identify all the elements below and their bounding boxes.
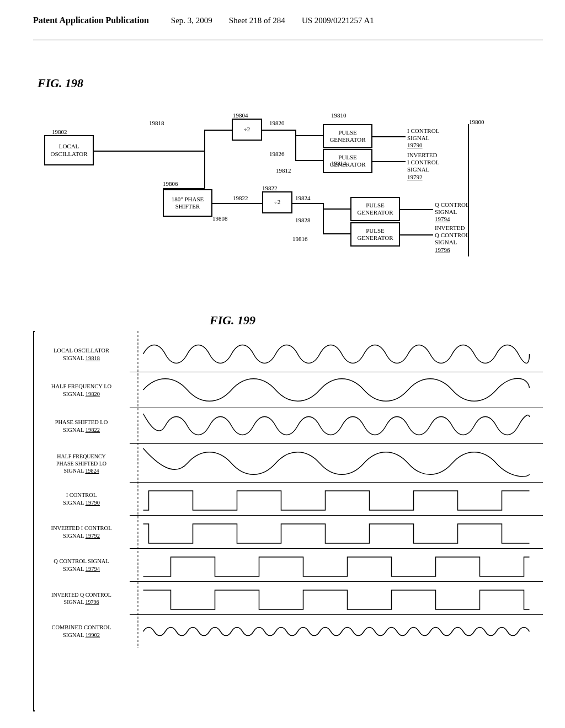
label-19820: 19820: [269, 120, 285, 127]
label-19822b: 19822: [262, 185, 278, 192]
waveform-label-0: LOCAL OSCILLATORSIGNAL 19818: [33, 347, 130, 362]
waveform-row-7: INVERTED Q CONTROLSIGNAL 19796: [33, 582, 543, 615]
waveform-canvas-7: [130, 582, 543, 615]
phase-shifter-box: 180° PHASE SHIFTER: [163, 189, 212, 217]
pulse-gen4-box: PULSE GENERATOR: [350, 222, 400, 247]
waveform-canvas-0: [130, 336, 543, 372]
line-pg2-out: [372, 161, 406, 162]
label-19808: 19808: [212, 215, 228, 222]
label-19806: 19806: [163, 180, 178, 188]
waveform-row-8: COMBINED CONTROLSIGNAL 19902: [33, 615, 543, 648]
vline-lo-down: [204, 151, 205, 188]
line-pg4-out: [400, 234, 433, 235]
line-pg3-out: [400, 209, 433, 210]
local-oscillator-box: LOCAL OSCILLATOR: [44, 135, 94, 165]
label-19818: 19818: [149, 120, 164, 127]
div2-top-box: ÷2: [232, 119, 262, 141]
waveform-label-6: Q CONTROL SIGNALSIGNAL 19794: [33, 558, 130, 572]
waveform-canvas-3: [130, 444, 543, 483]
content-area: FIG. 198 LOCAL OSCILLATOR 19802 19818 ÷2…: [33, 44, 543, 717]
inv-i-control-label: INVERTEDI CONTROLSIGNAL19792: [407, 152, 439, 181]
waveform-row-4: I CONTROLSIGNAL 19790: [33, 483, 543, 516]
waveform-label-8: COMBINED CONTROLSIGNAL 19902: [33, 624, 130, 639]
line-div2top-to-pg: [262, 130, 295, 131]
line-to-pg3: [323, 208, 350, 210]
line-pg1-out: [372, 136, 406, 137]
waveform-row-0: LOCAL OSCILLATORSIGNAL 19818: [33, 336, 543, 372]
waveform-row-5: INVERTED I CONTROLSIGNAL 19792: [33, 516, 543, 549]
label-19814: 19814: [331, 160, 347, 167]
label-19810: 19810: [331, 112, 347, 119]
waveform-area: LOCAL OSCILLATORSIGNAL 19818 HALF FREQUE…: [33, 331, 543, 717]
vline-pg-bot-split: [323, 203, 324, 233]
waveform-canvas-1: [130, 372, 543, 408]
vline-up: [204, 130, 205, 152]
waveform-canvas-5: [130, 516, 543, 549]
line-ps-to-div2bot: [212, 203, 262, 204]
line-to-pg4: [323, 233, 350, 234]
line-div2bot-out: [292, 203, 323, 204]
label-19824: 19824: [295, 195, 311, 202]
waveform-canvas-8: [130, 615, 543, 648]
i-control-label: I CONTROLSIGNAL19790: [407, 127, 439, 149]
line-to-div2-top: [204, 130, 232, 131]
label-19826: 19826: [269, 151, 285, 158]
pulse-gen1-box: PULSE GENERATOR: [323, 124, 372, 148]
sheet-number: Sheet 218 of 284: [229, 16, 285, 25]
waveform-canvas-6: [130, 549, 543, 582]
label-19828: 19828: [295, 217, 311, 224]
waveform-canvas-4: [130, 483, 543, 516]
waveform-label-2: PHASE SHIFTED LOSIGNAL 19822: [33, 419, 130, 433]
block-diagram-198: LOCAL OSCILLATOR 19802 19818 ÷2 19804 19…: [39, 69, 543, 301]
line-lo-split: [94, 151, 204, 152]
label-19804: 19804: [233, 112, 248, 119]
waveform-label-1: HALF FREQUENCY LOSIGNAL 19820: [33, 383, 130, 398]
label-19800: 19800: [469, 119, 484, 126]
patent-number: US 2009/0221257 A1: [302, 16, 374, 25]
waveform-row-2: PHASE SHIFTED LOSIGNAL 19822: [33, 408, 543, 444]
label-19816: 19816: [292, 235, 308, 243]
publication-title: Patent Application Publication: [33, 15, 149, 25]
waveform-label-3: HALF FREQUENCYPHASE SHIFTED LOSIGNAL 198…: [33, 453, 130, 474]
pulse-gen2-box: PULSE GENERATOR: [323, 149, 372, 173]
waveform-label-5: INVERTED I CONTROLSIGNAL 19792: [33, 524, 130, 539]
header-rule: [33, 40, 543, 40]
label-19802: 19802: [52, 129, 67, 136]
waveform-label-7: INVERTED Q CONTROLSIGNAL 19796: [33, 591, 130, 606]
waveform-row-6: Q CONTROL SIGNALSIGNAL 19794: [33, 549, 543, 582]
pulse-gen3-box: PULSE GENERATOR: [350, 197, 400, 221]
page-header: Patent Application Publication Sep. 3, 2…: [0, 15, 565, 25]
vline-pg-top-split: [295, 130, 296, 160]
publication-date: Sep. 3, 2009: [171, 16, 212, 25]
inv-q-control-label: INVERTEDQ CONTROLSIGNAL19796: [435, 224, 470, 254]
waveform-label-4: I CONTROLSIGNAL 19790: [33, 491, 130, 506]
line-to-pg2: [295, 160, 323, 161]
waveform-canvas-2: [130, 408, 543, 444]
div2-bot-box: ÷2: [262, 191, 292, 213]
label-19822: 19822: [233, 195, 248, 202]
q-control-label: Q CONTROLSIGNAL19794: [435, 201, 470, 223]
label-19812: 19812: [276, 167, 291, 174]
line-to-pg1: [295, 135, 323, 136]
waveform-row-3: HALF FREQUENCYPHASE SHIFTED LOSIGNAL 198…: [33, 444, 543, 483]
waveform-row-1: HALF FREQUENCY LOSIGNAL 19820: [33, 372, 543, 408]
fig199-label: FIG. 199: [210, 313, 255, 328]
